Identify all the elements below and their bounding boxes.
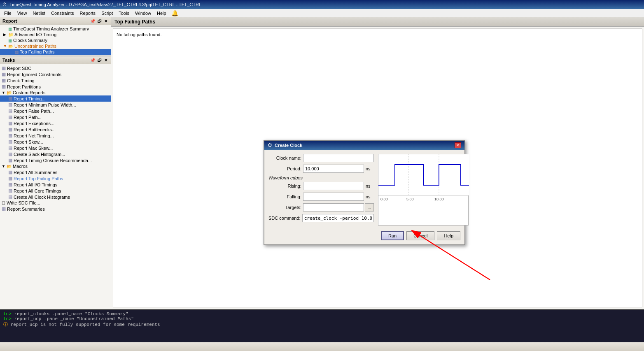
- report-panel-header: Report 📌 🗗 ✕: [0, 17, 111, 25]
- task-report-ignored[interactable]: ▦ Report Ignored Constraints: [0, 71, 111, 77]
- label-report-skew: Report Skew...: [14, 139, 43, 144]
- menu-file[interactable]: File: [2, 10, 14, 16]
- tasks-panel-header: Tasks 📌 🗗 ✕: [0, 56, 111, 64]
- task-report-all-io[interactable]: ▦ Report All I/O Timings: [0, 181, 111, 188]
- clock-name-input[interactable]: [303, 154, 374, 162]
- period-label: Period:: [268, 166, 301, 171]
- menu-constraints[interactable]: Constraints: [49, 10, 77, 16]
- report-panel-title: Report: [2, 19, 17, 23]
- clock-name-row: Clock name:: [268, 154, 374, 162]
- label-report-all-core: Report All Core Timings: [14, 188, 61, 193]
- task-report-all-core[interactable]: ▦ Report All Core Timings: [0, 188, 111, 194]
- menu-bar: File View Netlist Constraints Reports Sc…: [0, 9, 644, 17]
- dialog-waveform: 0.00 5.00 10.00: [378, 154, 469, 225]
- tasks-panel-title: Tasks: [2, 58, 15, 63]
- menu-tools[interactable]: Tools: [116, 10, 132, 16]
- task-report-all-summaries[interactable]: ▦ Report All Summaries: [0, 169, 111, 175]
- title-bar: ⏱ TimeQuest Timing Analyzer - D:/FPGA_te…: [0, 0, 644, 9]
- targets-input[interactable]: [303, 203, 364, 212]
- svg-text:0.00: 0.00: [380, 197, 388, 201]
- tree-item-advanced-ho[interactable]: ▶ 📁 Advanced I/O Timing: [0, 32, 111, 37]
- menu-reports[interactable]: Reports: [77, 10, 98, 16]
- menu-script[interactable]: Script: [99, 10, 115, 16]
- task-report-min-pulse[interactable]: ▦ Report Minimum Pulse Width...: [0, 102, 111, 108]
- report-pin-icon[interactable]: 📌: [89, 19, 96, 23]
- rising-unit: ns: [366, 184, 374, 188]
- task-report-top-failing[interactable]: ▦ Report Top Failing Paths: [0, 175, 111, 181]
- dialog-body: Clock name: Period: ns Waveform edges Ri…: [264, 150, 464, 230]
- tasks-panel: Tasks 📌 🗗 ✕ ▦ Report SDC ▦ Report Ignore…: [0, 56, 111, 225]
- task-report-false-path[interactable]: ▦ Report False Path...: [0, 108, 111, 114]
- toggle-advanced-ho[interactable]: ▶: [3, 33, 8, 37]
- report-close-icon[interactable]: ✕: [103, 19, 108, 23]
- console-area[interactable]: tc> report_clocks -panel_name "Clocks Su…: [0, 309, 644, 342]
- icon-advanced-ho: 📁: [8, 33, 13, 37]
- task-report-path[interactable]: ▦ Report Path...: [0, 114, 111, 120]
- label-clocks-summary: Clocks Summary: [13, 38, 47, 43]
- task-create-all-clock[interactable]: ▦ Create All Clock Histograms: [0, 194, 111, 200]
- period-input[interactable]: [303, 165, 364, 173]
- label-top-failing: Top Failing Paths: [20, 49, 54, 54]
- tree-item-tq-summary[interactable]: ▦ TimeQuest Timing Analyzer Summary: [0, 26, 111, 32]
- label-check-timing: Check Timing: [7, 78, 35, 83]
- falling-unit: ns: [366, 194, 374, 199]
- menu-help[interactable]: Help: [154, 10, 169, 16]
- menu-netlist[interactable]: Netlist: [30, 10, 48, 16]
- browse-button[interactable]: ...: [365, 203, 374, 212]
- task-report-max-skew[interactable]: ▦ Report Max Skew...: [0, 145, 111, 151]
- sdc-input[interactable]: [302, 214, 374, 222]
- tasks-pin-icon[interactable]: 📌: [89, 58, 96, 63]
- tasks-tree: ▦ Report SDC ▦ Report Ignored Constraint…: [0, 64, 111, 225]
- menu-window[interactable]: Window: [133, 10, 154, 16]
- task-report-sdc[interactable]: ▦ Report SDC: [0, 65, 111, 71]
- task-check-timing[interactable]: ▦ Check Timing: [0, 77, 111, 84]
- dialog-close-button[interactable]: ✕: [455, 142, 461, 148]
- rising-input[interactable]: [303, 182, 364, 190]
- label-create-slack: Create Slack Histogram...: [14, 152, 65, 157]
- label-report-bottlenecks: Report Bottlenecks...: [14, 127, 56, 132]
- toggle-macros[interactable]: ▼: [2, 164, 7, 168]
- rising-row: Rising: ns: [268, 182, 374, 190]
- menu-view[interactable]: View: [15, 10, 30, 16]
- help-button[interactable]: Help: [437, 231, 460, 240]
- label-report-partitions: Report Partitions: [7, 84, 41, 89]
- task-report-partitions[interactable]: ▦ Report Partitions: [0, 84, 111, 90]
- label-create-all-clock: Create All Clock Histograms: [14, 195, 70, 200]
- task-write-sdc[interactable]: ☐ Write SDC File...: [0, 200, 111, 206]
- svg-text:5.00: 5.00: [406, 197, 414, 201]
- falling-input[interactable]: [303, 193, 364, 201]
- menu-extra-icon: 🔔: [171, 10, 178, 16]
- tasks-close-icon[interactable]: ✕: [103, 58, 108, 63]
- console-prompt-2: tc>: [3, 316, 12, 321]
- label-report-top-failing: Report Top Failing Paths: [14, 176, 63, 181]
- task-custom-reports[interactable]: ▼ 📂 Custom Reports: [0, 90, 111, 95]
- task-report-closure[interactable]: ▦ Report Timing Closure Recommenda...: [0, 157, 111, 163]
- label-report-ignored: Report Ignored Constraints: [7, 72, 61, 77]
- task-report-exceptions[interactable]: ▦ Report Exceptions...: [0, 120, 111, 126]
- run-button[interactable]: Run: [381, 231, 404, 240]
- task-report-bottlenecks[interactable]: ▦ Report Bottlenecks...: [0, 126, 111, 132]
- report-restore-icon[interactable]: 🗗: [97, 19, 103, 23]
- sdc-label: SDC command:: [268, 216, 301, 221]
- targets-label: Targets:: [268, 205, 301, 210]
- tree-item-clocks-summary[interactable]: ▦ Clocks Summary: [0, 37, 111, 43]
- icon-custom-reports: 📂: [7, 91, 12, 95]
- label-report-sdc: Report SDC: [7, 66, 31, 71]
- tasks-restore-icon[interactable]: 🗗: [97, 58, 103, 63]
- task-report-skew[interactable]: ▦ Report Skew...: [0, 139, 111, 145]
- label-macros: Macros: [13, 164, 28, 169]
- tree-item-top-failing[interactable]: ▦ Top Failing Paths: [0, 49, 111, 55]
- dialog-buttons: Run Cancel Help: [264, 230, 464, 244]
- label-report-false-path: Report False Path...: [14, 109, 54, 114]
- targets-row: Targets: ...: [268, 203, 374, 212]
- task-report-timing[interactable]: ▦ Report Timing...: [0, 95, 111, 102]
- task-report-summaries[interactable]: ▦ Report Summaries: [0, 206, 111, 212]
- tree-item-unconstrained[interactable]: ▼ 📂 Unconstrained Paths: [0, 43, 111, 49]
- task-report-net-timing[interactable]: ▦ Report Net Timing...: [0, 132, 111, 139]
- create-clock-dialog[interactable]: ⏱ Create Clock ✕ Clock name: Period: ns: [264, 140, 465, 245]
- task-create-slack[interactable]: ▦ Create Slack Histogram...: [0, 151, 111, 157]
- toggle-custom-reports[interactable]: ▼: [2, 91, 7, 95]
- toggle-unconstrained[interactable]: ▼: [3, 44, 8, 48]
- task-macros[interactable]: ▼ 📂 Macros: [0, 163, 111, 169]
- cancel-button[interactable]: Cancel: [406, 231, 434, 240]
